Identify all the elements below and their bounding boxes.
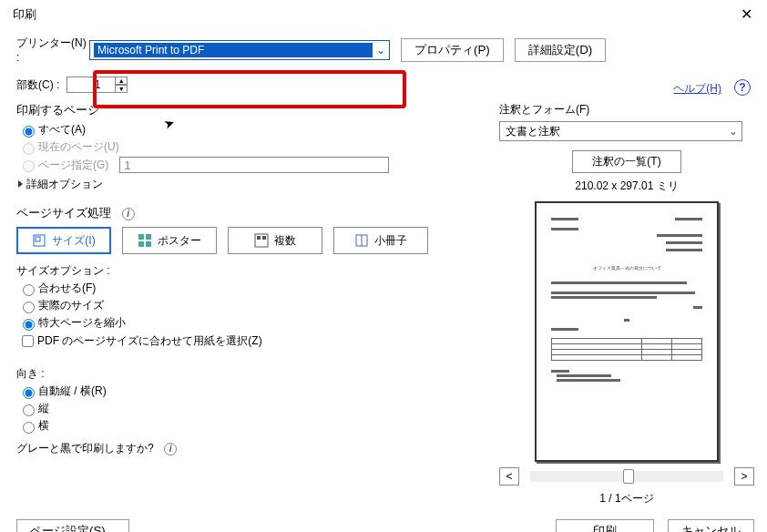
copies-label: 部数(C) : (16, 77, 59, 93)
pages-section-title: 印刷するページ (16, 102, 499, 118)
advanced-options-toggle[interactable]: 詳細オプション (18, 177, 499, 192)
svg-rect-5 (146, 241, 151, 247)
check-select-paper[interactable]: PDF のページサイズに合わせて用紙を選択(Z) (18, 332, 499, 350)
booklet-icon (354, 233, 369, 248)
svg-rect-2 (138, 234, 144, 240)
window-title: 印刷 (13, 6, 36, 23)
tab-poster[interactable]: ポスター (122, 227, 217, 254)
copies-input[interactable] (66, 77, 116, 93)
size-options-label: サイズオプション : (16, 263, 499, 279)
size-handling-title: ページサイズ処理 (16, 206, 111, 220)
properties-button[interactable]: プロパティ(P) (401, 38, 504, 62)
radio-shrink[interactable]: 特大ページを縮小 (18, 315, 499, 331)
triangle-right-icon (18, 180, 23, 188)
comments-title: 注釈とフォーム(F) (499, 102, 754, 118)
radio-fit[interactable]: 合わせる(F) (18, 281, 499, 296)
chevron-down-icon: ⌄ (725, 125, 741, 138)
svg-rect-3 (146, 234, 151, 240)
comments-select[interactable]: 文書と注釈 ⌄ (499, 121, 742, 141)
radio-orient-auto[interactable]: 自動縦 / 横(R) (18, 384, 499, 399)
radio-all[interactable]: すべて(A) (18, 122, 499, 138)
svg-rect-8 (262, 236, 266, 240)
next-page-button[interactable]: > (734, 467, 754, 486)
spinner-up-icon[interactable]: ▲ (115, 77, 128, 85)
radio-orient-landscape[interactable]: 横 (18, 418, 499, 434)
chevron-down-icon: ⌄ (373, 44, 389, 56)
preview-slider[interactable] (530, 471, 723, 482)
info-icon[interactable]: i (122, 208, 135, 220)
tab-multiple[interactable]: 複数 (228, 227, 322, 254)
page-range-input[interactable] (119, 157, 389, 173)
comments-value: 文書と注釈 (506, 124, 560, 139)
tab-booklet[interactable]: 小冊子 (333, 227, 428, 254)
print-button[interactable]: 印刷 (556, 519, 654, 532)
prev-page-button[interactable]: < (499, 467, 519, 486)
multiple-icon (254, 233, 269, 248)
comments-list-button[interactable]: 注釈の一覧(T) (572, 150, 681, 173)
cancel-button[interactable]: キャンセル (668, 519, 754, 532)
printer-value: Microsoft Print to PDF (94, 43, 373, 57)
tab-size[interactable]: サイズ(I) (16, 227, 111, 254)
svg-rect-1 (36, 237, 40, 241)
slider-thumb[interactable] (623, 469, 634, 484)
page-setup-button[interactable]: ページ設定(S)... (16, 519, 129, 532)
copies-spinner[interactable]: ▲ ▼ (115, 77, 128, 93)
orientation-title: 向き : (16, 366, 499, 382)
radio-actual[interactable]: 実際のサイズ (18, 298, 499, 313)
radio-range-row: ページ指定(G) (18, 157, 499, 173)
help-icon[interactable]: ? (734, 79, 751, 96)
printer-select[interactable]: Microsoft Print to PDF ⌄ (89, 40, 390, 60)
poster-icon (138, 233, 152, 248)
grayscale-label: グレーと黒で印刷しますか? (16, 442, 154, 455)
info-icon[interactable]: i (164, 443, 177, 455)
advanced-settings-button[interactable]: 詳細設定(D) (515, 38, 607, 62)
print-preview: オフィス業具一式の発注について (535, 201, 719, 462)
svg-rect-7 (257, 236, 261, 240)
paper-size-label: 210.02 x 297.01 ミリ (499, 179, 754, 194)
spinner-down-icon[interactable]: ▼ (115, 85, 128, 93)
printer-label: プリンター(N) : (16, 36, 89, 64)
close-icon[interactable]: ✕ (735, 5, 758, 23)
help-link[interactable]: ヘルプ(H) (673, 81, 721, 97)
page-count: 1 / 1ページ (499, 491, 754, 506)
size-icon (32, 233, 46, 248)
svg-rect-4 (138, 241, 144, 247)
radio-range[interactable]: ページ指定(G) (18, 158, 108, 173)
radio-orient-portrait[interactable]: 縦 (18, 401, 499, 416)
radio-current[interactable]: 現在のページ(U) (18, 139, 499, 155)
